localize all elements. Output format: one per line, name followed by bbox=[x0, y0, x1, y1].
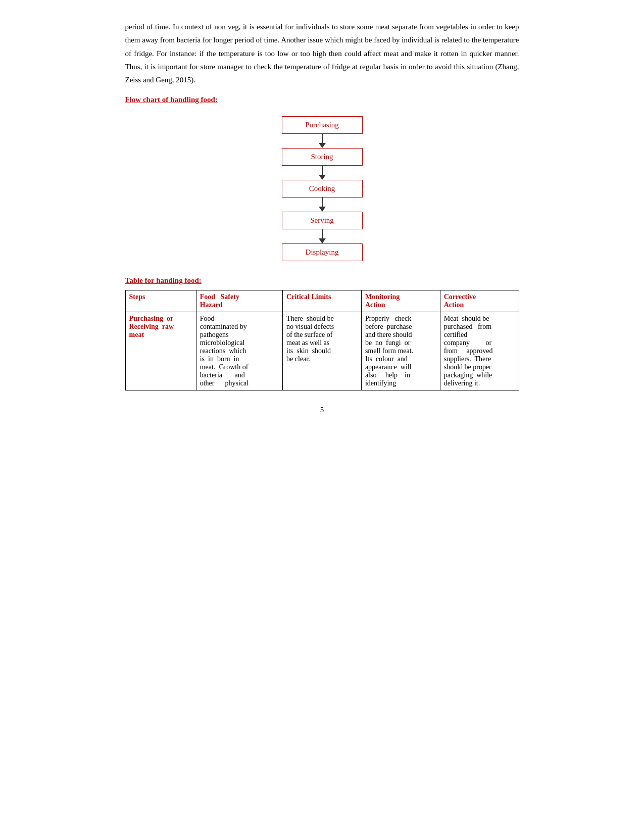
cell-corrective: Meat should be purchased from certified … bbox=[440, 312, 519, 390]
body-paragraph: period of time. In context of non veg, i… bbox=[125, 20, 519, 86]
th-critical: Critical Limits bbox=[283, 290, 362, 312]
arrow-line bbox=[322, 198, 323, 207]
cell-steps: Purchasing or Receiving raw meat bbox=[125, 312, 196, 390]
arrow-head bbox=[319, 238, 326, 243]
flow-box-cooking: Cooking bbox=[282, 180, 363, 198]
table-heading: Table for handing food: bbox=[125, 276, 519, 285]
th-steps: Steps bbox=[125, 290, 196, 312]
flow-arrow-4 bbox=[319, 229, 326, 243]
flow-box-storing: Storing bbox=[282, 148, 363, 166]
food-table: Steps Food Safety Hazard Critical Limits… bbox=[125, 290, 519, 390]
th-corrective-sub: Action bbox=[444, 301, 464, 309]
cell-monitoring: Properly check before purchase and there… bbox=[361, 312, 440, 390]
page: period of time. In context of non veg, i… bbox=[125, 20, 519, 414]
th-monitoring: Monitoring Action bbox=[361, 290, 440, 312]
flow-arrow-2 bbox=[319, 166, 326, 180]
th-hazard-line2: Safety bbox=[221, 293, 239, 301]
cell-critical: There should be no visual defects of the… bbox=[283, 312, 362, 390]
flow-box-purchasing: Purchasing bbox=[282, 116, 363, 134]
th-monitoring-line1: Monitoring bbox=[365, 293, 400, 301]
th-hazard-sub: Hazard bbox=[200, 301, 223, 309]
flow-arrow-3 bbox=[319, 198, 326, 212]
step-raw: raw bbox=[162, 323, 174, 330]
th-hazard-line1: Food bbox=[200, 293, 215, 301]
th-monitoring-sub: Action bbox=[365, 301, 385, 309]
flow-chart-heading: Flow chart of handling food: bbox=[125, 95, 519, 104]
th-corrective-line1: Corrective bbox=[444, 293, 476, 301]
step-receiving: Receiving bbox=[129, 323, 159, 330]
arrow-head bbox=[319, 207, 326, 212]
flowchart: Purchasing Storing Cooking Serving Displ… bbox=[125, 116, 519, 261]
flow-box-serving: Serving bbox=[282, 212, 363, 229]
arrow-head bbox=[319, 175, 326, 180]
page-number: 5 bbox=[125, 406, 519, 414]
cell-hazard: Food contaminated by pathogens microbiol… bbox=[196, 312, 282, 390]
arrow-head bbox=[319, 143, 326, 148]
arrow-line bbox=[322, 166, 323, 175]
step-meat: meat bbox=[129, 331, 144, 338]
arrow-line bbox=[322, 229, 323, 238]
flow-arrow-1 bbox=[319, 134, 326, 148]
th-corrective: Corrective Action bbox=[440, 290, 519, 312]
arrow-line bbox=[322, 134, 323, 143]
table-row: Purchasing or Receiving raw meat Food co… bbox=[125, 312, 519, 390]
step-purchasing: Purchasing bbox=[129, 315, 163, 322]
th-hazard: Food Safety Hazard bbox=[196, 290, 282, 312]
flow-box-displaying: Displaying bbox=[282, 243, 363, 261]
step-or: or bbox=[167, 315, 173, 322]
